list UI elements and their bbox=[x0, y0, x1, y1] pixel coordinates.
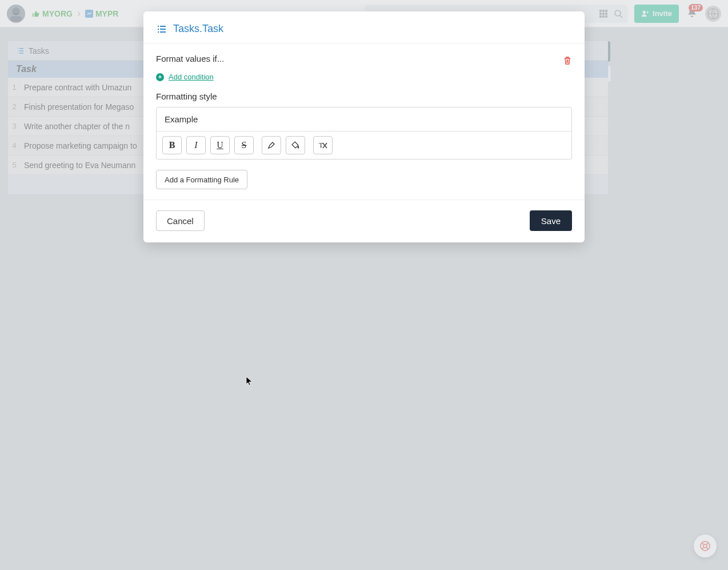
modal-body: Format values if... + Add condition Form… bbox=[143, 43, 585, 200]
formatting-modal: Tasks.Task Format values if... + Add con… bbox=[143, 11, 585, 242]
underline-button[interactable]: U bbox=[210, 136, 230, 154]
bold-button[interactable]: B bbox=[162, 136, 182, 154]
save-button[interactable]: Save bbox=[530, 210, 572, 231]
svg-text:T: T bbox=[319, 141, 323, 149]
modal-title: Tasks.Task bbox=[173, 23, 223, 35]
example-preview: Example bbox=[157, 107, 571, 131]
format-if-label: Format values if... bbox=[156, 54, 224, 63]
add-condition-link[interactable]: + Add condition bbox=[156, 73, 572, 81]
plus-icon: + bbox=[156, 73, 164, 81]
add-formatting-rule-button[interactable]: Add a Formatting Rule bbox=[156, 170, 247, 189]
trash-icon bbox=[563, 56, 572, 65]
cancel-button[interactable]: Cancel bbox=[156, 210, 205, 231]
strike-button[interactable]: S bbox=[234, 136, 254, 154]
list-icon bbox=[156, 23, 167, 35]
style-box: Example B I U S T bbox=[156, 107, 572, 160]
modal-footer: Cancel Save bbox=[143, 200, 585, 242]
format-toolbar: B I U S T bbox=[157, 131, 571, 159]
delete-rule-button[interactable] bbox=[563, 56, 572, 67]
italic-button[interactable]: I bbox=[186, 136, 206, 154]
paint-bucket-icon bbox=[291, 141, 300, 150]
fill-color-button[interactable] bbox=[286, 136, 305, 154]
clear-format-icon: T bbox=[318, 141, 328, 150]
modal-overlay[interactable]: Tasks.Task Format values if... + Add con… bbox=[0, 0, 728, 570]
clear-format-button[interactable]: T bbox=[313, 136, 333, 154]
marker-button[interactable] bbox=[262, 136, 281, 154]
add-condition-label: Add condition bbox=[169, 73, 214, 81]
formatting-style-label: Formatting style bbox=[156, 91, 572, 101]
marker-icon bbox=[267, 141, 276, 150]
modal-header: Tasks.Task bbox=[143, 11, 585, 43]
